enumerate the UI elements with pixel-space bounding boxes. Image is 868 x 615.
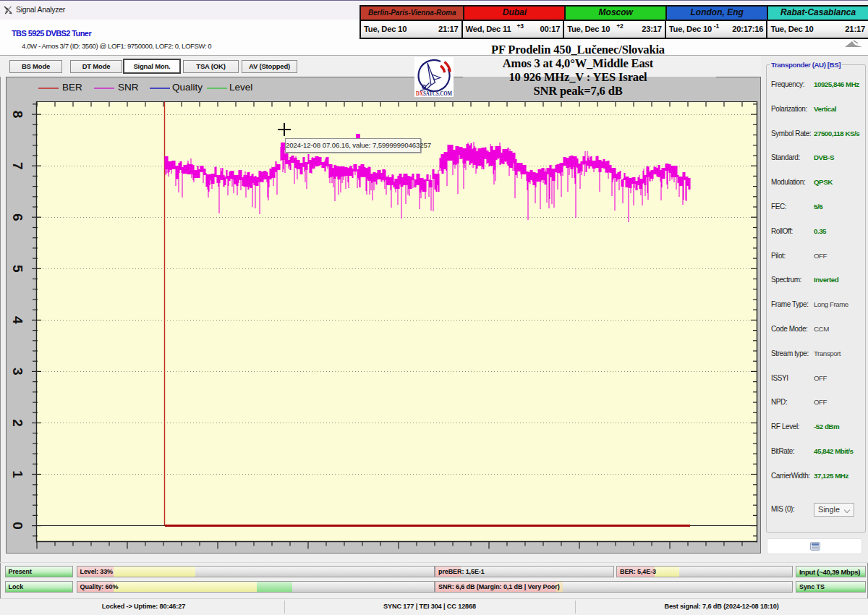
svg-text:7: 7	[10, 162, 25, 170]
svg-text:5: 5	[10, 265, 25, 273]
svg-text:1: 1	[10, 470, 25, 478]
svg-text:3: 3	[10, 368, 25, 376]
svg-text:2: 2	[10, 419, 25, 427]
svg-text:8: 8	[10, 111, 25, 119]
svg-text:DXSATCS.COM: DXSATCS.COM	[416, 90, 452, 97]
svg-text:6: 6	[10, 213, 25, 221]
svg-text:4: 4	[10, 316, 25, 324]
svg-text:0: 0	[10, 522, 25, 530]
